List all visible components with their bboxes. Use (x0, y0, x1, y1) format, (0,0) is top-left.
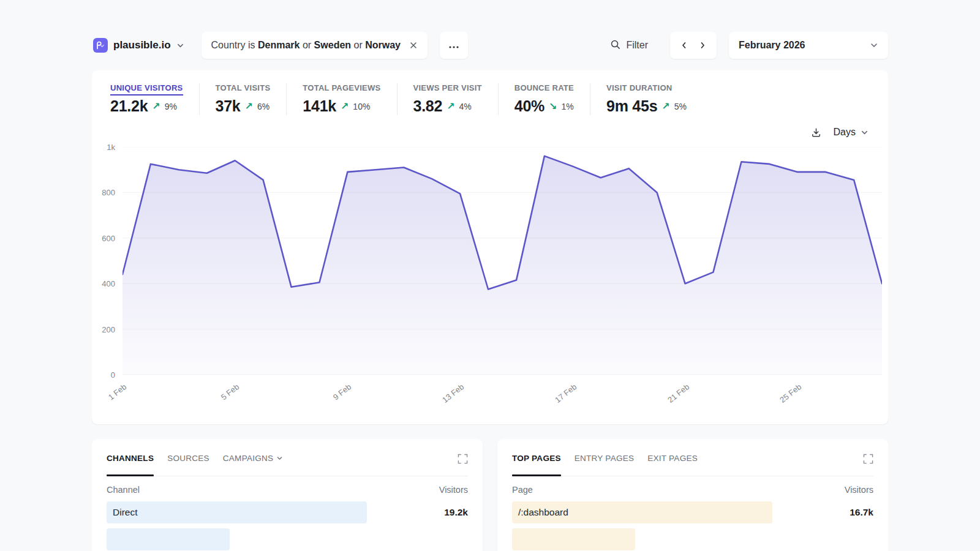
channels-tab-campaigns[interactable]: CAMPAIGNS (223, 454, 283, 463)
metric-value: 9m 45s (606, 97, 657, 115)
pages-tab-entry-pages[interactable]: ENTRY PAGES (575, 454, 635, 463)
date-range-picker[interactable]: February 2026 (729, 32, 888, 59)
row-label[interactable]: /:dashboard (512, 507, 568, 518)
chevron-down-icon (276, 455, 283, 462)
metric-label: TOTAL PAGEVIEWS (303, 83, 380, 92)
y-axis-tick: 200 (102, 324, 115, 334)
pages-col-header: Page (512, 485, 533, 495)
metric-value: 37k (216, 97, 241, 115)
metric-label: UNIQUE VISITORS (110, 83, 183, 92)
interval-label: Days (834, 127, 856, 138)
download-graph-icon[interactable] (811, 127, 821, 138)
metric-total-pageviews[interactable]: TOTAL PAGEVIEWS141k↗10% (286, 83, 396, 115)
metric-unique-visitors[interactable]: UNIQUE VISITORS21.2k↗9% (110, 83, 199, 115)
metric-views-per-visit[interactable]: VIEWS PER VISIT3.82↗4% (397, 83, 498, 115)
top-bar: plausible.io Country is Denmark or Swede… (92, 0, 888, 59)
filter-pill-prefix: Country is (211, 40, 258, 51)
top-right-controls: Filter February 2026 (610, 32, 888, 59)
pages-row-partial (512, 528, 873, 550)
metric-label: VISIT DURATION (606, 83, 687, 92)
interval-picker[interactable]: Days (834, 127, 869, 138)
x-axis-tick: 25 Feb (778, 382, 803, 405)
visitors-graph-card: UNIQUE VISITORS21.2k↗9%TOTAL VISITS37k↗6… (92, 70, 888, 424)
filter-search-button[interactable]: Filter (610, 39, 648, 52)
row-bar (512, 528, 635, 550)
x-axis-tick: 17 Feb (553, 382, 578, 405)
trend-up-icon: ↗ (341, 100, 349, 112)
more-filters-button[interactable] (440, 32, 468, 59)
metric-visit-duration[interactable]: VISIT DURATION9m 45s↗5% (590, 83, 703, 115)
channels-tab-channels[interactable]: CHANNELS (107, 454, 154, 463)
metric-change: 5% (674, 102, 687, 111)
x-axis-tick: 5 Feb (219, 382, 241, 402)
expand-panel-icon[interactable] (458, 454, 468, 464)
filter-country-2: Sweden (314, 40, 351, 51)
prev-period-button[interactable] (680, 41, 688, 50)
metric-value: 21.2k (110, 97, 148, 115)
channels-tab-sources[interactable]: SOURCES (167, 454, 209, 463)
metric-bounce-rate[interactable]: BOUNCE RATE40%↘1% (498, 83, 590, 115)
metric-label: BOUNCE RATE (514, 83, 574, 92)
filter-country-3: Norway (365, 40, 401, 51)
metric-value: 40% (514, 97, 545, 115)
channels-row-partial (107, 528, 468, 550)
chevron-down-icon (861, 129, 869, 137)
filter-pill-country[interactable]: Country is Denmark or Sweden or Norway (202, 32, 428, 59)
metric-label: VIEWS PER VISIT (413, 83, 482, 92)
y-axis-tick: 0 (111, 370, 115, 380)
trend-up-icon: ↗ (152, 100, 160, 112)
area-chart-svg (123, 147, 882, 375)
x-axis-tick: 9 Feb (331, 382, 353, 402)
y-axis-tick: 400 (102, 279, 115, 288)
row-label[interactable]: Direct (107, 507, 137, 518)
search-icon (610, 39, 620, 52)
filter-pill-joiner: or (351, 40, 365, 51)
filter-country-1: Denmark (258, 40, 300, 51)
ellipsis-icon (449, 40, 459, 51)
trend-down-icon: ↘ (549, 100, 557, 112)
date-range-label: February 2026 (739, 40, 805, 51)
x-axis-tick: 1 Feb (107, 382, 128, 402)
metric-total-visits[interactable]: TOTAL VISITS37k↗6% (199, 83, 287, 115)
trend-up-icon: ↗ (447, 100, 454, 112)
expand-panel-icon[interactable] (863, 454, 873, 464)
pages-tabs: TOP PAGESENTRY PAGESEXIT PAGES (512, 454, 698, 463)
x-axis-tick: 13 Feb (440, 382, 466, 405)
channels-rows: Direct19.2k (107, 501, 468, 550)
visitors-col-header: Visitors (845, 485, 873, 495)
channels-panel: CHANNELSSOURCESCAMPAIGNS Channel Visitor… (92, 439, 483, 551)
x-axis-tick: 21 Feb (666, 382, 691, 405)
remove-filter-icon[interactable] (409, 41, 418, 50)
pages-tab-exit-pages[interactable]: EXIT PAGES (647, 454, 698, 463)
visitors-chart[interactable]: 02004006008001k 1 Feb5 Feb9 Feb13 Feb17 … (123, 147, 882, 409)
y-axis-tick: 600 (102, 233, 115, 242)
visitors-col-header: Visitors (439, 485, 468, 495)
metrics-row: UNIQUE VISITORS21.2k↗9%TOTAL VISITS37k↗6… (92, 70, 888, 115)
chevron-down-icon (176, 42, 184, 50)
plausible-logo-icon (93, 38, 108, 53)
trend-up-icon: ↗ (244, 100, 252, 112)
metric-change: 6% (257, 102, 270, 111)
chart-plot-area[interactable]: 02004006008001k (123, 147, 882, 375)
chart-x-axis: 1 Feb5 Feb9 Feb13 Feb17 Feb21 Feb25 Feb (123, 375, 882, 409)
metric-change: 1% (561, 102, 573, 111)
date-nav (670, 32, 717, 59)
y-axis-tick: 1k (107, 143, 115, 152)
row-visitors-value: 19.2k (444, 507, 468, 518)
metric-change: 9% (165, 102, 177, 111)
next-period-button[interactable] (698, 41, 707, 50)
pages-row-dashboard: /:dashboard16.7k (512, 501, 873, 523)
site-switcher[interactable]: plausible.io (92, 38, 188, 53)
row-bar (107, 501, 367, 523)
channels-row-direct: Direct19.2k (107, 501, 468, 523)
chart-y-axis: 02004006008001k (92, 147, 115, 375)
site-name: plausible.io (113, 39, 171, 51)
plausible-dashboard: plausible.io Country is Denmark or Swede… (0, 0, 980, 551)
pages-tab-top-pages[interactable]: TOP PAGES (512, 454, 561, 463)
pages-panel: TOP PAGESENTRY PAGESEXIT PAGES Page Visi… (497, 439, 888, 551)
channels-tabs: CHANNELSSOURCESCAMPAIGNS (107, 454, 283, 463)
filter-pill-joiner: or (300, 40, 314, 51)
graph-controls: Days (92, 115, 888, 141)
row-bar (107, 528, 230, 550)
trend-up-icon: ↗ (662, 100, 669, 112)
